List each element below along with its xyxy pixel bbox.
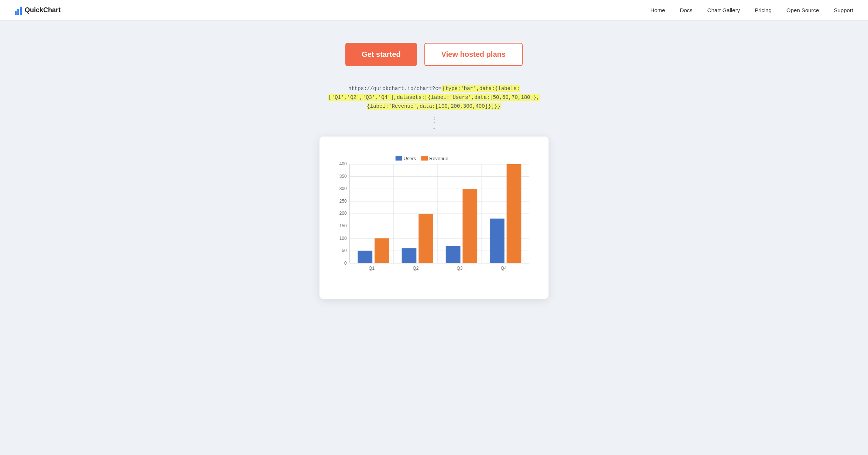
ylabel-250: 250 [339,199,347,204]
url-snippet: https://quickchart.io/chart?c={type:'bar… [319,85,549,111]
ylabel-350: 350 [339,174,347,179]
bar-q3-users [446,246,461,263]
hero-buttons: Get started View hosted plans [345,43,523,66]
bar-q4-revenue [507,164,522,263]
logo-text: QuickChart [25,6,61,14]
main-content: Get started View hosted plans https://qu… [0,21,868,328]
xlabel-q1: Q1 [369,266,375,271]
url-prefix: https://quickchart.io/chart?c= [348,86,441,92]
legend-revenue-label: Revenue [429,156,448,161]
navbar: QuickChart Home Docs Chart Gallery Prici… [0,0,868,21]
xlabel-q2: Q2 [413,266,418,271]
ylabel-400: 400 [339,161,347,166]
legend-revenue-color [421,156,428,161]
logo-icon [15,6,22,15]
bar-q1-users [358,251,372,263]
xlabel-q3: Q3 [457,266,463,271]
chart-card: Users Revenue 0 50 100 150 200 [319,137,549,299]
ylabel-50: 50 [342,248,347,254]
nav-open-source[interactable]: Open Source [786,7,819,13]
arrow-indicator: ⌄ [432,117,437,131]
bar-q1-revenue [375,238,389,263]
legend-users-label: Users [404,156,416,161]
view-hosted-plans-button[interactable]: View hosted plans [424,43,523,66]
ylabel-100: 100 [339,236,347,241]
xlabel-q4: Q4 [501,266,507,271]
nav-links: Home Docs Chart Gallery Pricing Open Sou… [650,7,853,14]
ylabel-0: 0 [344,261,347,266]
chart-wrapper: Users Revenue 0 50 100 150 200 [331,145,537,287]
legend-users-color [396,156,402,161]
logo-link[interactable]: QuickChart [15,6,61,15]
nav-pricing[interactable]: Pricing [755,7,772,13]
bar-q2-users [402,248,417,263]
nav-home[interactable]: Home [650,7,665,13]
ylabel-200: 200 [339,211,347,216]
nav-support[interactable]: Support [834,7,853,13]
ylabel-300: 300 [339,186,347,192]
get-started-button[interactable]: Get started [345,43,417,66]
nav-docs[interactable]: Docs [680,7,693,13]
ylabel-150: 150 [339,223,347,228]
bar-chart: Users Revenue 0 50 100 150 200 [331,145,537,286]
bar-q4-users [490,219,505,263]
bar-q2-revenue [418,214,433,263]
arrow-chevron-icon: ⌄ [432,124,437,131]
nav-chart-gallery[interactable]: Chart Gallery [707,7,740,13]
bar-q3-revenue [462,189,477,263]
